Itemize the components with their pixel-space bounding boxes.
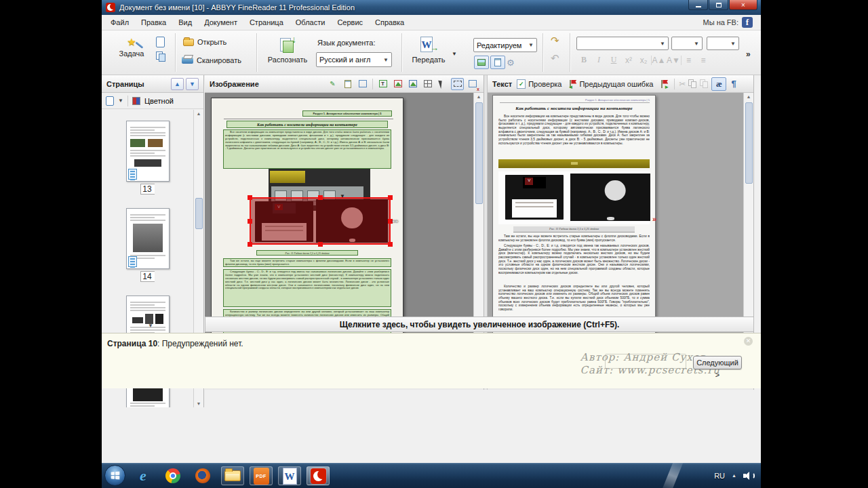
new-page-icon[interactable] <box>156 37 165 47</box>
windows-logo-icon <box>111 472 120 480</box>
thumbnail-page-14[interactable]: 14 <box>126 208 170 282</box>
taskbar-explorer[interactable] <box>221 466 244 485</box>
text-view-toggle[interactable] <box>490 56 505 69</box>
send-button[interactable]: W→ Передать <box>411 35 446 64</box>
hidden-icons-arrow[interactable]: ▲ <box>732 473 736 478</box>
selection-handle-se[interactable] <box>388 242 393 247</box>
increase-font-button[interactable]: A▲ <box>651 56 666 65</box>
close-status-icon[interactable]: ✕ <box>744 337 753 346</box>
scroll-down-icon[interactable]: ▼ <box>194 401 203 406</box>
scroll-up-icon[interactable]: ▲ <box>744 94 753 99</box>
mode-select[interactable]: Редактируем ▼ <box>473 38 537 52</box>
selection-handle-nw[interactable] <box>248 195 252 200</box>
scroll-up-icon[interactable]: ▲ <box>474 94 484 99</box>
taskbar-chrome[interactable] <box>161 466 184 485</box>
superscript-button[interactable]: x² <box>621 56 636 65</box>
scrollbar-thumb[interactable] <box>195 198 203 229</box>
taskbar-pdf[interactable]: PDF <box>250 466 273 485</box>
align-left-button[interactable]: ≡ <box>681 56 696 65</box>
delete-area-icon[interactable]: x <box>466 78 479 90</box>
text-area-icon[interactable]: T <box>376 78 389 90</box>
menu-view[interactable]: Вид <box>172 16 198 28</box>
previous-error-button[interactable]: ◄ Предыдущая ошибка <box>566 78 655 90</box>
font-size-select[interactable]: ▼ <box>671 37 703 50</box>
picture-area-icon[interactable] <box>391 78 404 90</box>
task-button[interactable]: ★ Задача <box>114 36 149 58</box>
enlarged-image-marker[interactable]: » <box>652 215 656 223</box>
start-button[interactable] <box>104 465 125 486</box>
selection-handle-n[interactable] <box>318 195 323 200</box>
edit-image-icon[interactable]: ✎ <box>326 78 339 90</box>
verify-button[interactable]: ✓ Проверка <box>515 78 564 90</box>
open-button[interactable]: Открыть <box>183 38 226 46</box>
picture-area-selection[interactable]: ↔ <box>250 197 391 245</box>
pages-more-arrow[interactable]: ▼ <box>148 323 153 329</box>
selection-handle-s[interactable] <box>318 242 323 247</box>
verify-label: Проверка <box>528 80 561 88</box>
title-bar[interactable]: Документ без имени [10] - ABBYY FineRead… <box>102 0 761 15</box>
scrollbar-thumb[interactable] <box>745 102 753 184</box>
taskbar-word[interactable]: W <box>278 466 301 485</box>
scroll-up-icon[interactable]: ▲ <box>194 111 203 116</box>
font-family-select[interactable]: ▼ <box>576 37 669 50</box>
menu-help[interactable]: Справка <box>369 16 410 28</box>
view-mode-arrow[interactable]: ▼ <box>118 98 123 104</box>
close-button[interactable]: × <box>729 0 757 10</box>
zoom-window-bar[interactable]: Щелкните здесь, чтобы увидеть увеличенно… <box>205 317 754 332</box>
analyze-layout-icon[interactable] <box>341 78 354 90</box>
menu-areas[interactable]: Области <box>290 16 332 28</box>
underline-button[interactable]: U <box>606 55 621 65</box>
thumbnail-view-icon[interactable] <box>106 96 114 106</box>
align-center-button[interactable]: ≡ <box>696 56 711 65</box>
recognize-button[interactable]: ↓ Распознать <box>266 35 309 64</box>
bold-button[interactable]: B <box>576 55 591 65</box>
toolbar-overflow-button[interactable]: » <box>746 49 751 59</box>
table-picture-area-icon[interactable] <box>406 78 419 90</box>
thumbnail-page-13[interactable]: 13 <box>126 121 170 195</box>
table-grid-icon[interactable] <box>421 78 434 90</box>
paste-icon[interactable] <box>700 79 709 89</box>
marquee-select-icon[interactable] <box>451 78 464 90</box>
maximize-button[interactable] <box>709 0 728 10</box>
taskbar-finereader[interactable] <box>307 466 330 485</box>
menu-tools[interactable]: Сервис <box>331 16 369 28</box>
italic-button[interactable]: I <box>591 55 606 65</box>
menu-edit[interactable]: Правка <box>135 16 172 28</box>
character-properties-toggle[interactable]: æ <box>711 77 726 91</box>
image-view-toggle[interactable] <box>474 56 489 69</box>
next-annotation-button[interactable]: Следующий > <box>693 356 742 369</box>
scan-button[interactable]: Сканировать <box>182 56 241 64</box>
menu-document[interactable]: Документ <box>198 16 243 28</box>
selection-handle-ne[interactable] <box>388 195 393 200</box>
send-options-arrow[interactable]: ▼ <box>452 51 457 57</box>
font-style-select[interactable]: ▼ <box>707 37 739 50</box>
minimize-button[interactable] <box>688 0 708 10</box>
facebook-icon[interactable]: f <box>742 17 753 28</box>
volume-icon[interactable] <box>743 471 754 481</box>
crop-area-icon[interactable] <box>356 78 369 90</box>
cut-icon[interactable]: ✂ <box>679 79 686 89</box>
selection-handle-w[interactable] <box>248 219 252 224</box>
taskbar-ie[interactable]: e <box>132 466 155 485</box>
scrollbar-thumb[interactable] <box>475 102 483 204</box>
next-error-button[interactable]: ► <box>658 78 670 90</box>
options-wrench-icon[interactable]: ⚙ <box>507 58 515 68</box>
subscript-button[interactable]: x₂ <box>636 56 651 65</box>
taskbar-firefox[interactable] <box>191 466 214 485</box>
selection-handle-sw[interactable] <box>248 242 252 247</box>
decrease-font-button[interactable]: A▼ <box>666 56 681 65</box>
scan-section-header: Раздел 1. Аппаратное обеспечение компьют… <box>302 110 392 117</box>
undo-icon[interactable]: ↶ <box>551 52 559 64</box>
next-page-button[interactable]: ▼ <box>186 78 199 90</box>
pages-stack-icon[interactable] <box>156 52 166 62</box>
copy-icon[interactable] <box>688 79 697 89</box>
prev-page-button[interactable]: ▲ <box>171 78 184 90</box>
formatting-marks-toggle[interactable]: ¶ <box>729 79 738 89</box>
arrow-cursor-icon[interactable] <box>436 78 449 90</box>
language-select[interactable]: Русский и англ ▼ <box>316 52 392 67</box>
language-indicator[interactable]: RU <box>714 472 725 480</box>
menu-file[interactable]: Файл <box>104 16 135 28</box>
menu-page[interactable]: Страница <box>243 16 290 28</box>
redo-icon[interactable]: ↷ <box>551 35 559 47</box>
app-window: Документ без имени [10] - ABBYY FineRead… <box>102 0 761 463</box>
